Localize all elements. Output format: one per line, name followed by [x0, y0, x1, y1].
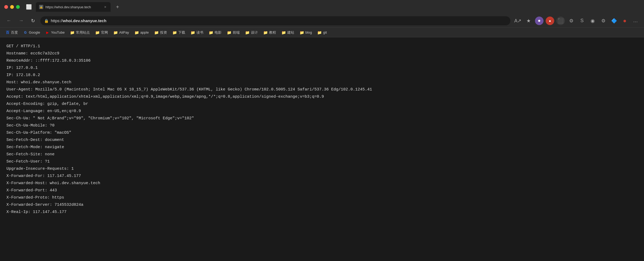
- folder-icon-git: 📁: [317, 30, 322, 35]
- bookmark-apple-label: apple: [140, 30, 149, 34]
- screenshot-icon[interactable]: ⬛: [556, 17, 565, 25]
- content-line: Sec-Fetch-Dest: document: [6, 136, 638, 144]
- folder-icon-tutorial: 📁: [263, 30, 268, 35]
- bookmark-frontend[interactable]: 📁 前端: [225, 29, 242, 36]
- content-line: Sec-Ch-Ua-Platform: "macOS": [6, 129, 638, 136]
- folder-icon-official: 📁: [95, 30, 100, 35]
- profile-icon[interactable]: ●: [535, 17, 544, 25]
- folder-icon-build: 📁: [281, 30, 286, 35]
- bookmark-baidu-label: 百度: [11, 30, 18, 35]
- folder-icon-movies: 📁: [209, 30, 213, 35]
- diamond-icon[interactable]: 🔷: [610, 17, 618, 25]
- back-button[interactable]: ←: [4, 17, 13, 25]
- content-line: GET / HTTP/1.1: [6, 43, 638, 50]
- url-display: https://whoi.dev.shanyue.tech: [51, 18, 106, 23]
- tab-url: https://whoi.dev.shanyue.tech: [45, 5, 91, 9]
- bookmark-google-label: Google: [29, 30, 40, 34]
- circle-red-icon[interactable]: ●: [620, 17, 629, 25]
- window-icon: ⬜: [25, 3, 33, 11]
- more-icon[interactable]: …: [631, 17, 640, 25]
- forward-button[interactable]: →: [17, 17, 26, 25]
- content-line: User-Agent: Mozilla/5.0 (Macintosh; Inte…: [6, 86, 638, 93]
- content-line: X-Forwarded-For: 117.147.45.177: [6, 172, 638, 180]
- bookmark-build-label: 建站: [287, 30, 294, 35]
- google-icon: G: [23, 30, 28, 35]
- bookmark-invest[interactable]: 📁 投资: [152, 29, 169, 36]
- bookmark-reading-label: 读书: [196, 30, 203, 35]
- bookmark-build[interactable]: 📁 建站: [279, 29, 296, 36]
- bookmark-invest-label: 投资: [160, 30, 167, 35]
- bookmark-official-label: 官网: [101, 30, 108, 35]
- folder-icon-blog: 📁: [300, 30, 304, 35]
- folder-icon-alipay: 📁: [113, 30, 118, 35]
- bookmark-design-label: 设计: [251, 30, 258, 35]
- content-line: X-Real-Ip: 117.147.45.177: [6, 208, 638, 216]
- favorites-icon[interactable]: ★: [524, 17, 533, 25]
- bookmark-tutorial-label: 教程: [269, 30, 276, 35]
- config-icon[interactable]: ⚙: [599, 17, 608, 25]
- bookmark-movies-label: 电影: [215, 30, 222, 35]
- bookmark-blog-label: blog: [305, 30, 312, 34]
- folder-icon-design: 📁: [245, 30, 250, 35]
- bookmark-movies[interactable]: 📁 电影: [207, 29, 224, 36]
- address-bar[interactable]: 🔒 https://whoi.dev.shanyue.tech: [40, 16, 510, 25]
- new-tab-button[interactable]: +: [116, 4, 119, 10]
- content-line: Accept-Encoding: gzip, deflate, br: [6, 100, 638, 108]
- bookmark-official[interactable]: 📁 官网: [93, 29, 110, 36]
- folder-icon-download: 📁: [172, 30, 177, 35]
- bookmark-git[interactable]: 📁 git: [315, 29, 329, 36]
- bookmark-tutorial[interactable]: 📁 教程: [261, 29, 278, 36]
- bookmark-reading[interactable]: 📁 读书: [188, 29, 205, 36]
- lock-icon: 🔒: [44, 19, 49, 23]
- extension-red-icon[interactable]: ●: [546, 17, 554, 25]
- baidu-icon: 百: [5, 30, 10, 35]
- bookmark-download[interactable]: 📁 下载: [170, 29, 187, 36]
- bookmark-blog[interactable]: 📁 blog: [297, 29, 314, 36]
- translate-icon[interactable]: A↗: [514, 17, 522, 25]
- bookmark-alipay[interactable]: 📁 AliPay: [111, 29, 131, 36]
- minimize-button[interactable]: [10, 5, 14, 9]
- content-line: X-Forwarded-Host: whoi.dev.shanyue.tech: [6, 180, 638, 187]
- content-line: Host: whoi.dev.shanyue.tech: [6, 79, 638, 86]
- close-button[interactable]: [4, 5, 8, 9]
- content-line: Accept-Language: en-US,en;q=0.9: [6, 108, 638, 115]
- content-line: X-Forwarded-Server: 7145532d824a: [6, 201, 638, 208]
- bookmark-common[interactable]: 📁 常用站点: [68, 29, 92, 36]
- titlebar: ⬜ 🔒 https://whoi.dev.shanyue.tech × +: [0, 0, 644, 14]
- target-icon[interactable]: ◉: [588, 17, 597, 25]
- bookmark-common-label: 常用站点: [76, 30, 90, 35]
- folder-icon-apple: 📁: [134, 30, 139, 35]
- bookmark-youtube[interactable]: ▶ YouTube: [43, 29, 67, 36]
- content-line: Accept: text/html,application/xhtml+xml,…: [6, 93, 638, 100]
- folder-icon-invest: 📁: [154, 30, 159, 35]
- content-area: GET / HTTP/1.1Hostname: ecc6c7a32cc9Remo…: [0, 37, 644, 261]
- simpread-icon[interactable]: S: [578, 17, 586, 25]
- bookmark-apple[interactable]: 📁 apple: [132, 29, 151, 36]
- bookmark-google[interactable]: G Google: [21, 29, 42, 36]
- content-line: X-Forwarded-Proto: https: [6, 194, 638, 201]
- nav-icons: A↗ ★ ● ● ⬛ ⚙ S ◉ ⚙ 🔷 ● …: [514, 17, 640, 25]
- content-line: Sec-Ch-Ua-Mobile: ?0: [6, 122, 638, 129]
- content-line: Sec-Ch-Ua: " Not A;Brand";v="99", "Chrom…: [6, 115, 638, 122]
- bookmark-youtube-label: YouTube: [51, 30, 65, 34]
- content-line: RemoteAddr: ::ffff:172.18.0.3:35106: [6, 57, 638, 64]
- content-line: Sec-Fetch-Mode: navigate: [6, 144, 638, 151]
- url-bold: whoi.dev.shanyue.tech: [63, 18, 106, 23]
- content-line: Hostname: ecc6c7a32cc9: [6, 50, 638, 57]
- refresh-button[interactable]: ↻: [29, 17, 37, 25]
- bookmark-design[interactable]: 📁 设计: [243, 29, 260, 36]
- traffic-lights: [4, 5, 20, 9]
- content-line: Sec-Fetch-User: ?1: [6, 158, 638, 165]
- active-tab[interactable]: 🔒 https://whoi.dev.shanyue.tech ×: [36, 2, 111, 12]
- bookmark-baidu[interactable]: 百 百度: [3, 29, 20, 36]
- content-line: Sec-Fetch-Site: none: [6, 151, 638, 158]
- bookmark-download-label: 下载: [178, 30, 185, 35]
- content-line: Upgrade-Insecure-Requests: 1: [6, 165, 638, 172]
- folder-icon-common: 📁: [70, 30, 75, 35]
- settings-icon[interactable]: ⚙: [567, 17, 576, 25]
- content-line: IP: 172.18.0.2: [6, 72, 638, 79]
- tab-close-button[interactable]: ×: [103, 4, 107, 10]
- content-line: IP: 127.0.0.1: [6, 64, 638, 72]
- fullscreen-button[interactable]: [16, 5, 20, 9]
- bookmark-frontend-label: 前端: [233, 30, 240, 35]
